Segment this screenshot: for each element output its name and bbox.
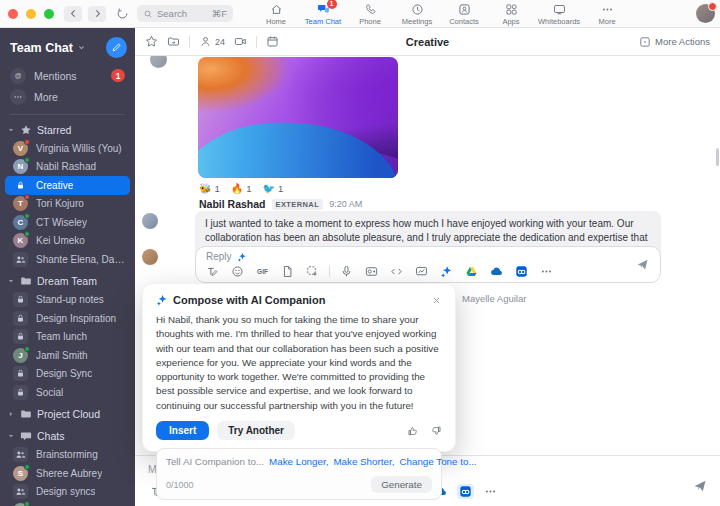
sidebar-mentions[interactable]: @Mentions1: [0, 65, 135, 86]
nav-tab-contacts[interactable]: Contacts: [444, 3, 484, 26]
file-icon[interactable]: [279, 264, 296, 279]
sidebar-item-virginia-willis-you[interactable]: VVirginia Willis (You): [0, 139, 135, 158]
box-icon[interactable]: [457, 484, 474, 499]
video-meeting-icon[interactable]: [234, 35, 247, 48]
close-window-button[interactable]: [8, 9, 18, 19]
sidebar-section-project-cloud[interactable]: Project Cloud: [0, 405, 135, 424]
reaction-pill[interactable]: 🐦1: [263, 183, 284, 194]
sidebar-section-chats[interactable]: Chats: [0, 427, 135, 446]
user-avatar[interactable]: [696, 4, 715, 23]
calendar-icon[interactable]: [266, 35, 279, 48]
ai-suggestion-links: Make Longer,Make Shorter,Change Tone to.…: [269, 456, 477, 467]
reaction-pill[interactable]: 🔥1: [231, 183, 252, 194]
generate-button[interactable]: Generate: [371, 476, 432, 493]
sidebar-item-team-lunch[interactable]: Team lunch: [0, 328, 135, 347]
avatar: K: [13, 233, 28, 248]
close-icon[interactable]: [431, 295, 442, 306]
avatar: C: [13, 215, 28, 230]
caret-down-icon[interactable]: [7, 432, 15, 440]
sidebar-section-starred[interactable]: Starred: [0, 120, 135, 139]
sidebar-more[interactable]: More: [0, 86, 135, 107]
history-icon[interactable]: [116, 7, 129, 20]
member-count[interactable]: 24: [215, 37, 225, 47]
back-button[interactable]: [64, 6, 82, 22]
more-options-icon[interactable]: [538, 264, 555, 279]
search-placeholder: Search: [157, 8, 187, 19]
maximize-window-button[interactable]: [44, 9, 54, 19]
sidebar-item-design-inspiration[interactable]: Design Inspiration: [0, 309, 135, 328]
nav-tab-meetings[interactable]: Meetings: [397, 3, 437, 26]
sidebar-item-jamil-smith[interactable]: JJamil Smith: [0, 346, 135, 365]
sidebar-item-ct-wiseley[interactable]: CCT Wiseley: [0, 213, 135, 232]
nav-tab-whiteboards[interactable]: Whiteboards: [538, 3, 580, 26]
scrollbar[interactable]: [716, 148, 719, 166]
search-input[interactable]: Search ⌘F: [137, 5, 233, 22]
ai-companion-icon[interactable]: [438, 264, 455, 279]
chat-header: 24 Creative More Actions: [135, 28, 720, 56]
send-icon[interactable]: [693, 479, 707, 497]
onedrive-icon[interactable]: [488, 264, 505, 279]
gif-icon[interactable]: GIF: [254, 264, 271, 279]
sidebar-item-brainstorming[interactable]: Brainstorming: [0, 446, 135, 465]
minimize-window-button[interactable]: [26, 9, 36, 19]
sidebar-item-design-syncs[interactable]: Design syncs: [0, 483, 135, 502]
ai-instruction-input[interactable]: Tell AI Companion to... Make Longer,Make…: [156, 448, 442, 500]
more-options-icon[interactable]: [482, 484, 499, 499]
sidebar-divider: [10, 114, 125, 115]
shared-space-icon[interactable]: [167, 35, 180, 48]
caret-down-icon[interactable]: [7, 277, 15, 285]
suggestion-make-longer[interactable]: Make Longer,: [269, 456, 328, 467]
emoji-icon[interactable]: [229, 264, 246, 279]
starred-section-icon: [20, 124, 32, 136]
author-name[interactable]: Nabil Rashad: [199, 198, 266, 210]
suggestion-change-tone-to[interactable]: Change Tone to...: [399, 456, 476, 467]
sidebar-item-creative[interactable]: Creative: [5, 176, 130, 195]
members-icon[interactable]: [199, 35, 212, 48]
nav-tab-team-chat[interactable]: 1Team Chat: [303, 3, 343, 26]
thumbs-down-icon[interactable]: [430, 425, 442, 437]
sidebar-section-dream-team[interactable]: Dream Team: [0, 272, 135, 291]
more-actions-button[interactable]: More Actions: [639, 36, 710, 48]
shared-image-attachment[interactable]: [198, 57, 398, 178]
suggestion-make-shorter[interactable]: Make Shorter,: [333, 456, 394, 467]
whiteboard-icon[interactable]: [413, 264, 430, 279]
caret-right-icon[interactable]: [7, 410, 15, 418]
sidebar-item-stand-up-notes[interactable]: Stand-up notes: [0, 291, 135, 310]
nav-tab-more[interactable]: More: [587, 3, 627, 26]
send-icon[interactable]: [636, 257, 649, 275]
sidebar-item-nabil-rashad[interactable]: NNabil Rashad: [0, 158, 135, 177]
screenshot-icon[interactable]: [304, 264, 321, 279]
sidebar-item-ada-nguyen[interactable]: AAda Nguyen: [0, 501, 135, 506]
reaction-count: 1: [278, 183, 283, 194]
box-icon[interactable]: [513, 264, 530, 279]
thumbs-up-icon[interactable]: [407, 425, 419, 437]
chevron-down-icon[interactable]: [77, 43, 86, 52]
nav-tab-apps[interactable]: Apps: [491, 3, 531, 26]
star-icon[interactable]: [145, 35, 158, 48]
avatar[interactable]: [142, 213, 158, 229]
sidebar-item-sheree-aubrey[interactable]: SSheree Aubrey: [0, 464, 135, 483]
compose-button[interactable]: [106, 37, 127, 58]
sidebar-item-kei-umeko[interactable]: KKei Umeko: [0, 232, 135, 251]
panel-icon: [639, 36, 651, 48]
insert-button[interactable]: Insert: [156, 421, 209, 440]
try-another-button[interactable]: Try Another: [217, 421, 295, 440]
format-icon[interactable]: [204, 264, 221, 279]
reply-input[interactable]: Reply GIF: [195, 246, 661, 283]
sidebar-item-social[interactable]: Social: [0, 383, 135, 402]
caret-down-icon[interactable]: [7, 126, 15, 134]
nav-tab-home[interactable]: Home: [256, 3, 296, 26]
reaction-pill[interactable]: 🐝1: [199, 183, 220, 194]
sidebar-item-design-sync[interactable]: Design Sync: [0, 365, 135, 384]
code-snippet-icon[interactable]: [388, 264, 405, 279]
group-icon: [13, 252, 28, 267]
nav-tab-phone[interactable]: Phone: [350, 3, 390, 26]
video-message-icon[interactable]: [363, 264, 380, 279]
svg-text:@: @: [15, 72, 22, 79]
avatar: S: [13, 466, 28, 481]
google-drive-icon[interactable]: [463, 264, 480, 279]
forward-button[interactable]: [88, 6, 106, 22]
mic-icon[interactable]: [338, 264, 355, 279]
sidebar-item-shante-elena-daniel-bow[interactable]: Shante Elena, Daniel Bow...: [0, 250, 135, 269]
sidebar-item-tori-kojuro[interactable]: TTori Kojuro: [0, 195, 135, 214]
